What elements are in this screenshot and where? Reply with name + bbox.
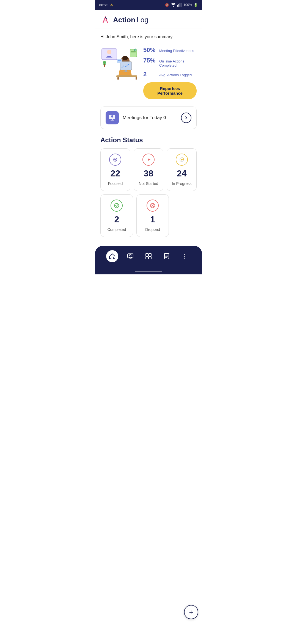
completed-count: 2: [114, 214, 119, 225]
meetings-count-value: 0: [163, 115, 166, 120]
action-status-section: Action Status 22 Focused 38 Not Started: [95, 133, 202, 246]
status-bar: 00:25 ⚠ 🔇 100% 🔋: [95, 0, 202, 10]
in-progress-count: 24: [177, 168, 187, 179]
svg-rect-41: [146, 256, 148, 259]
in-progress-icon: [176, 154, 188, 166]
nav-item-tasks[interactable]: [161, 250, 173, 262]
svg-rect-42: [149, 256, 151, 259]
dropped-label: Dropped: [145, 227, 160, 232]
svg-rect-4: [181, 3, 182, 7]
mute-icon: 🔇: [165, 3, 169, 7]
battery-display: 100%: [183, 3, 192, 7]
not-started-icon: [142, 154, 155, 166]
meetings-card-left: Meetings for Today 0: [106, 111, 166, 124]
svg-rect-38: [129, 259, 132, 259]
monitor-person-icon: [108, 114, 116, 122]
svg-point-28: [114, 159, 116, 160]
stat-value-1: 75%: [143, 57, 156, 64]
not-started-label: Not Started: [139, 181, 158, 186]
summary-section: Hi John Smith, here is your summary: [95, 29, 202, 102]
svg-rect-22: [136, 77, 137, 80]
warning-icon: ⚠: [110, 3, 113, 7]
stat-label-0: Meeting Effectiveness: [159, 49, 194, 53]
svg-rect-26: [111, 120, 114, 121]
stat-label-2: Avg. Actions Logged: [159, 73, 192, 77]
signal-icon: [177, 3, 182, 7]
bottom-nav: [95, 246, 202, 269]
dropped-icon: [147, 200, 159, 212]
svg-rect-21: [117, 77, 119, 80]
stat-row-1: 75% OnTime Actions Completed: [143, 57, 197, 67]
not-started-count: 38: [144, 168, 153, 179]
status-row-1: 22 Focused 38 Not Started: [100, 148, 197, 191]
nav-item-more[interactable]: [179, 250, 191, 262]
status-card-completed[interactable]: 2 Completed: [100, 194, 133, 237]
home-icon: [109, 253, 116, 260]
meetings-label: Meetings for Today 0: [123, 115, 166, 121]
dropped-count: 1: [150, 214, 155, 225]
meetings-nav-icon: [127, 253, 134, 260]
summary-content: 50% Meeting Effectiveness 75% OnTime Act…: [100, 44, 197, 99]
svg-point-31: [114, 203, 119, 208]
svg-point-30: [181, 159, 183, 160]
focused-count: 22: [111, 168, 120, 179]
svg-rect-37: [130, 258, 131, 259]
dashboard-nav-icon-wrap: [142, 250, 155, 262]
stat-label-1: OnTime Actions Completed: [159, 59, 197, 67]
empty-spacer: [172, 194, 197, 237]
tasks-nav-icon-wrap: [161, 250, 173, 262]
status-bar-right: 🔇 100% 🔋: [165, 3, 198, 7]
meetings-nav-icon-wrap: [124, 250, 136, 262]
nav-item-meetings[interactable]: [124, 250, 136, 262]
stat-row-0: 50% Meeting Effectiveness: [143, 47, 197, 54]
meetings-icon-box: [106, 111, 119, 124]
stat-row-2: 2 Avg. Actions Logged: [143, 71, 197, 78]
svg-point-6: [107, 50, 111, 54]
reportees-performance-button[interactable]: Reportees Performance: [143, 82, 197, 99]
svg-marker-29: [148, 158, 150, 161]
svg-point-24: [111, 115, 113, 118]
svg-point-49: [184, 258, 185, 259]
completed-label: Completed: [107, 227, 126, 232]
app-header: Action Log: [95, 10, 202, 29]
status-card-in-progress[interactable]: 24 In Progress: [167, 148, 197, 191]
meetings-arrow-button[interactable]: [181, 113, 191, 123]
header-title-bold: Action: [113, 16, 135, 24]
focused-icon: [109, 154, 121, 166]
wifi-icon: [171, 3, 176, 7]
svg-rect-20: [116, 75, 137, 77]
dashboard-icon: [145, 253, 152, 260]
summary-illustration: [100, 44, 139, 81]
svg-rect-12: [120, 62, 132, 70]
nav-item-dashboard[interactable]: [142, 250, 155, 262]
more-icon: [181, 253, 188, 260]
focused-label: Focused: [108, 181, 123, 186]
svg-point-9: [103, 61, 106, 64]
svg-point-47: [184, 254, 185, 255]
status-row-2: 2 Completed 1 Dropped: [100, 194, 197, 237]
svg-rect-13: [125, 70, 127, 72]
svg-point-36: [130, 254, 131, 256]
greeting-text: Hi John Smith, here is your summary: [100, 34, 197, 39]
meetings-card[interactable]: Meetings for Today 0: [100, 107, 197, 129]
svg-point-0: [173, 6, 174, 7]
battery-icon: 🔋: [194, 3, 198, 7]
completed-icon: [111, 200, 123, 212]
home-indicator: [95, 269, 202, 274]
stats-right: 50% Meeting Effectiveness 75% OnTime Act…: [143, 44, 197, 99]
stat-value-0: 50%: [143, 47, 156, 54]
svg-rect-25: [112, 119, 113, 120]
status-card-focused[interactable]: 22 Focused: [100, 148, 130, 191]
home-icon-wrap: [106, 250, 118, 262]
tasks-icon: [163, 253, 170, 260]
nav-item-home[interactable]: [106, 250, 118, 262]
svg-rect-1: [177, 5, 178, 7]
svg-rect-39: [146, 253, 148, 256]
in-progress-label: In Progress: [172, 181, 192, 186]
status-card-not-started[interactable]: 38 Not Started: [134, 148, 164, 191]
header-title-light: Log: [136, 16, 148, 24]
svg-rect-2: [178, 4, 179, 7]
status-bar-left: 00:25 ⚠: [99, 3, 113, 7]
status-card-dropped[interactable]: 1 Dropped: [136, 194, 169, 237]
action-status-title: Action Status: [100, 136, 197, 144]
